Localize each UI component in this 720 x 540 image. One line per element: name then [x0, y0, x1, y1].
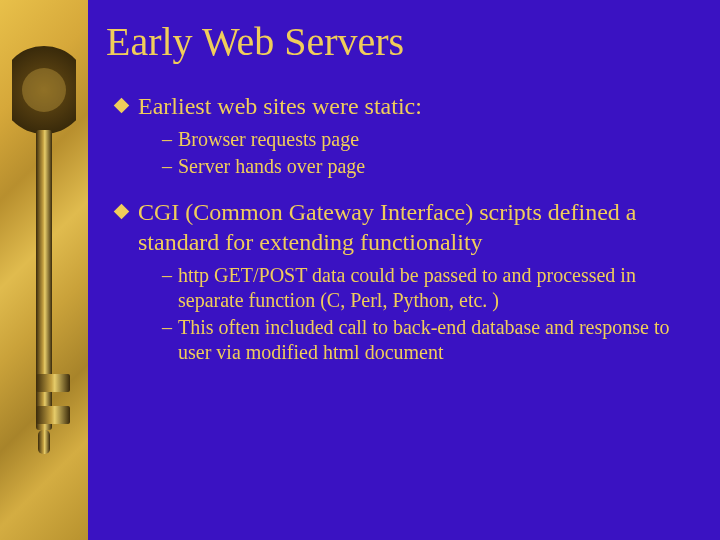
bullet-list: Earliest web sites were static: Browser …: [116, 91, 686, 365]
decorative-side-strip: [0, 0, 88, 540]
bullet-text: CGI (Common Gateway Interface) scripts d…: [138, 199, 636, 255]
bullet-text: Earliest web sites were static:: [138, 93, 422, 119]
bullet-item: Earliest web sites were static: Browser …: [116, 91, 686, 179]
svg-point-1: [22, 68, 66, 112]
slide-content: Early Web Servers Earliest web sites wer…: [88, 0, 720, 540]
sub-bullet-item: Browser requests page: [162, 127, 686, 152]
sub-bullet-item: Server hands over page: [162, 154, 686, 179]
key-icon: [12, 34, 76, 494]
svg-rect-5: [38, 430, 50, 454]
sub-bullet-item: http GET/POST data could be passed to an…: [162, 263, 686, 313]
svg-rect-3: [36, 374, 70, 392]
slide-title: Early Web Servers: [106, 18, 686, 65]
sub-bullet-list: http GET/POST data could be passed to an…: [162, 263, 686, 365]
sub-bullet-list: Browser requests page Server hands over …: [162, 127, 686, 179]
slide: Early Web Servers Earliest web sites wer…: [0, 0, 720, 540]
svg-rect-4: [36, 406, 70, 424]
sub-bullet-item: This often included call to back-end dat…: [162, 315, 686, 365]
bullet-item: CGI (Common Gateway Interface) scripts d…: [116, 197, 686, 365]
